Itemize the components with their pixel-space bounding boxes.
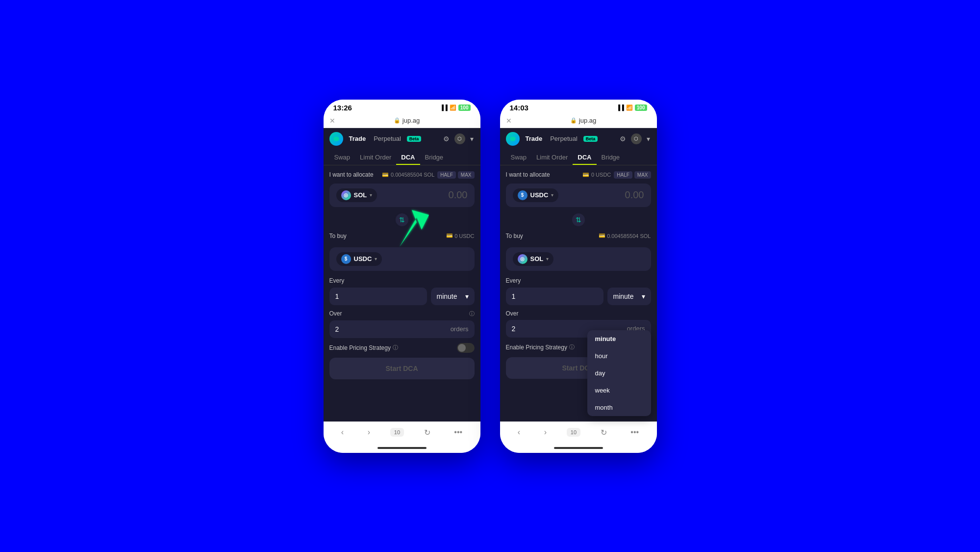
nav-bar-left: Trade Perpetual Beta ⚙ ⬡ ▾ <box>324 128 480 150</box>
toggle-thumb-left <box>458 344 466 352</box>
refresh-btn-left[interactable]: ↻ <box>420 426 434 439</box>
nav-trade-left[interactable]: Trade <box>347 134 368 143</box>
more-btn-left[interactable]: ••• <box>450 426 466 439</box>
start-dca-btn-left[interactable]: Start DCA <box>329 358 475 379</box>
tab-swap-left[interactable]: Swap <box>329 150 355 165</box>
chevron-icon-left[interactable]: ▾ <box>469 134 475 144</box>
wallet-to-icon-right: 💳 <box>599 233 605 239</box>
home-bar-right <box>554 447 603 449</box>
from-token-selector-right[interactable]: $ USDC ▾ <box>513 188 559 202</box>
every-row-right: minute ▾ <box>506 288 651 305</box>
browser-close-left[interactable]: ✕ <box>329 117 335 125</box>
swap-direction-btn-right[interactable]: ⇅ <box>571 212 586 228</box>
tab-bridge-left[interactable]: Bridge <box>420 150 449 165</box>
allocate-row-right: I want to allocate 💳 0 USDC HALF MAX <box>506 171 651 179</box>
tab-count-right[interactable]: 10 <box>567 428 580 437</box>
dropdown-option-hour[interactable]: hour <box>587 347 651 365</box>
phones-container: 13:26 ▐▐ 📶 100 ✕ 🔒 jup.ag Trade Perpetua… <box>324 100 657 453</box>
to-token-selector-right[interactable]: ◎ SOL ▾ <box>513 252 554 266</box>
forward-btn-right[interactable]: › <box>540 426 551 439</box>
time-right: 14:03 <box>510 104 528 112</box>
to-token-chevron-left: ▾ <box>375 256 377 262</box>
to-buy-section-left: To buy 💳 0 USDC <box>329 233 475 239</box>
to-balance-left: 💳 0 USDC <box>446 233 474 239</box>
to-buy-label-right: To buy <box>506 233 523 239</box>
dropdown-option-month[interactable]: month <box>587 399 651 416</box>
every-section-right: Every minute ▾ <box>506 276 651 305</box>
over-label-left: Over <box>329 310 342 317</box>
bottom-nav-right: ‹ › 10 ↻ ••• <box>500 421 657 443</box>
tab-bridge-right[interactable]: Bridge <box>597 150 625 165</box>
lock-icon-left: 🔒 <box>394 117 401 124</box>
swap-btn-row-right: ⇅ <box>506 212 651 228</box>
half-btn-left[interactable]: HALF <box>437 171 456 179</box>
pricing-toggle-left[interactable] <box>457 343 475 353</box>
tab-limit-right[interactable]: Limit Order <box>531 150 573 165</box>
from-token-box-left: ◎ SOL ▾ 0.00 <box>329 184 475 207</box>
time-select-left[interactable]: minute ▾ <box>431 288 475 305</box>
url-text-right: jup.ag <box>579 117 596 124</box>
over-number-left[interactable]: 2 <box>335 325 451 333</box>
settings-icon-left[interactable]: ⚙ <box>442 134 451 144</box>
tab-count-left[interactable]: 10 <box>390 428 404 437</box>
lock-icon-right: 🔒 <box>570 117 577 124</box>
wallet-icon-left[interactable]: ⬡ <box>454 133 465 144</box>
swap-direction-btn-left[interactable]: ⇅ <box>394 212 410 228</box>
forward-btn-left[interactable]: › <box>364 426 374 439</box>
url-bar-right[interactable]: 🔒 jup.ag <box>516 117 651 124</box>
every-number-input-left[interactable] <box>329 288 427 305</box>
orders-label-left: orders <box>451 325 469 333</box>
back-btn-right[interactable]: ‹ <box>514 426 524 439</box>
dropdown-option-week[interactable]: week <box>587 382 651 399</box>
nav-perpetual-right[interactable]: Perpetual <box>548 134 579 143</box>
from-amount-left[interactable]: 0.00 <box>449 189 468 201</box>
browser-close-right[interactable]: ✕ <box>506 117 512 125</box>
pricing-info-icon-left: ⓘ <box>393 344 398 351</box>
over-label-right: Over <box>506 310 519 317</box>
swap-btn-row-left: ⇅ <box>329 212 475 228</box>
to-token-selector-left[interactable]: $ USDC ▾ <box>336 252 382 266</box>
sol-icon-right: ◎ <box>518 254 528 264</box>
tab-swap-right[interactable]: Swap <box>506 150 532 165</box>
every-number-input-right[interactable] <box>506 288 603 305</box>
chevron-icon-right[interactable]: ▾ <box>646 134 651 144</box>
more-btn-right[interactable]: ••• <box>627 426 643 439</box>
nav-perpetual-left[interactable]: Perpetual <box>372 134 403 143</box>
over-section-left: Over ⓘ 2 orders <box>329 310 475 338</box>
browser-bar-right: ✕ 🔒 jup.ag <box>500 114 657 128</box>
tab-dca-right[interactable]: DCA <box>573 150 596 165</box>
max-btn-left[interactable]: MAX <box>458 171 475 179</box>
from-token-box-right: $ USDC ▾ 0.00 <box>506 184 651 207</box>
time-select-right[interactable]: minute ▾ <box>607 288 651 305</box>
pricing-row-left: Enable Pricing Strategy ⓘ <box>329 343 475 353</box>
nav-trade-right[interactable]: Trade <box>524 134 545 143</box>
from-token-name-right: USDC <box>530 191 549 199</box>
half-btn-right[interactable]: HALF <box>614 171 632 179</box>
url-bar-left[interactable]: 🔒 jup.ag <box>339 117 475 124</box>
time-select-value-right: minute <box>613 292 634 300</box>
every-row-left: minute ▾ <box>329 288 475 305</box>
browser-bar-left: ✕ 🔒 jup.ag <box>324 114 480 128</box>
usdc-icon-right: $ <box>518 190 528 200</box>
dropdown-option-minute[interactable]: minute <box>587 330 651 347</box>
wallet-small-icon-left: 💳 <box>382 172 389 178</box>
wallet-icon-right[interactable]: ⬡ <box>631 133 642 144</box>
tab-limit-left[interactable]: Limit Order <box>355 150 396 165</box>
from-token-chevron-left: ▾ <box>370 192 372 198</box>
status-icons-left: ▐▐ 📶 100 <box>440 105 470 111</box>
from-amount-right[interactable]: 0.00 <box>625 189 644 201</box>
over-info-icon-left: ⓘ <box>469 310 475 317</box>
allocate-right-right: 💳 0 USDC HALF MAX <box>582 171 651 179</box>
to-token-name-right: SOL <box>530 255 544 263</box>
max-btn-right[interactable]: MAX <box>634 171 651 179</box>
back-btn-left[interactable]: ‹ <box>337 426 348 439</box>
from-token-name-left: SOL <box>354 191 367 199</box>
every-label-left: Every <box>329 277 345 284</box>
tab-dca-left[interactable]: DCA <box>396 150 420 165</box>
dropdown-option-day[interactable]: day <box>587 365 651 382</box>
beta-badge-right: Beta <box>583 136 598 142</box>
main-content-left: I want to allocate 💳 0.004585504 SOL HAL… <box>324 165 480 421</box>
settings-icon-right[interactable]: ⚙ <box>619 134 627 144</box>
refresh-btn-right[interactable]: ↻ <box>597 426 611 439</box>
from-token-selector-left[interactable]: ◎ SOL ▾ <box>336 188 377 202</box>
